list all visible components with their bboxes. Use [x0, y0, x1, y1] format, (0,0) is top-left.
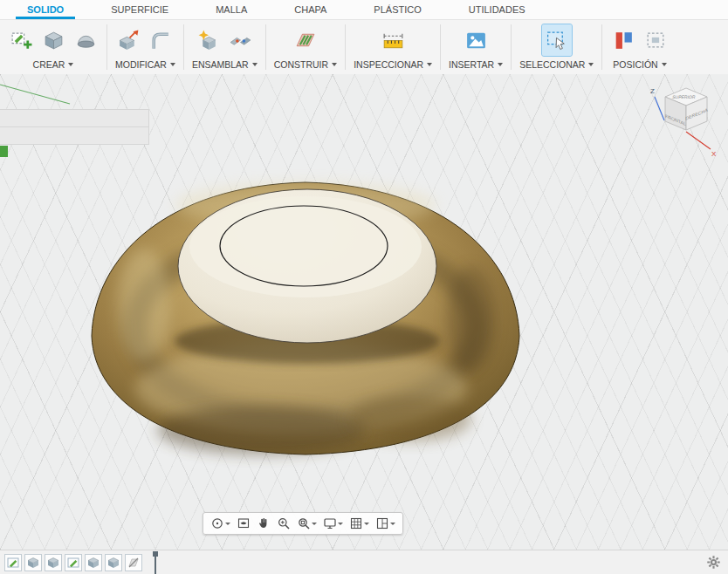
zoom-fit-button[interactable] [294, 515, 319, 532]
ribbon-tabbar: SOLIDO SUPERFICIE MALLA CHAPA PLÁSTICO U… [0, 0, 728, 20]
modificar-menu[interactable]: MODIFICAR [113, 58, 177, 73]
orbit-button[interactable] [208, 515, 233, 532]
timeline-bar [0, 550, 728, 574]
extrude-feature-icon [86, 556, 100, 570]
timeline-feature-sketch[interactable] [65, 554, 82, 571]
tab-plastico[interactable]: PLÁSTICO [350, 0, 444, 19]
group-label: POSICIÓN [613, 59, 657, 70]
browser-panel-row[interactable] [0, 109, 149, 127]
view-cube[interactable]: SUPERIOR FRONTAL DERECHA Z X [635, 81, 723, 161]
insertar-menu[interactable]: INSERTAR [447, 58, 505, 73]
revert-position-button[interactable] [641, 24, 670, 56]
orbit-icon [210, 516, 224, 530]
timeline-feature-suppressed[interactable] [125, 554, 142, 571]
tab-malla[interactable]: MALLA [192, 0, 271, 19]
pan-button[interactable] [254, 515, 273, 532]
settings-gear-button[interactable] [706, 555, 721, 570]
pan-icon [257, 516, 271, 530]
posicion-menu[interactable]: POSICIÓN [608, 58, 670, 73]
create-sketch-icon [10, 29, 33, 52]
chevron-down-icon [390, 523, 395, 525]
timeline-feature-extrude[interactable] [105, 554, 122, 571]
tab-chapa[interactable]: CHAPA [271, 0, 350, 19]
tab-solido[interactable]: SOLIDO [3, 0, 87, 19]
gear-icon [706, 555, 721, 570]
select-icon [545, 29, 568, 52]
fusion-app-window: SOLIDO SUPERFICIE MALLA CHAPA PLÁSTICO U… [0, 0, 728, 574]
zoom-button[interactable] [274, 515, 293, 532]
insert-image-button[interactable] [461, 24, 491, 56]
capture-position-icon [612, 29, 635, 52]
grid-display-button[interactable] [347, 515, 372, 532]
tab-superficie[interactable]: SUPERFICIE [87, 0, 192, 19]
toolbar-group-insertar: INSERTAR [441, 20, 511, 74]
display-settings-icon [323, 516, 337, 530]
extrude-icon [42, 29, 65, 52]
extrude-button[interactable] [38, 24, 68, 56]
construir-menu[interactable]: CONSTRUIR [272, 58, 339, 73]
browser-panel-row[interactable] [0, 126, 149, 145]
chevron-down-icon [427, 63, 432, 66]
fillet-icon [149, 29, 173, 52]
grid-display-icon [349, 516, 363, 530]
revert-position-icon [644, 29, 668, 52]
toolbar-group-ensamblar: ENSAMBLAR [184, 20, 265, 74]
viewcube-top-label: SUPERIOR [672, 94, 697, 99]
timeline-feature-sketch[interactable] [4, 554, 22, 571]
measure-button[interactable] [378, 24, 408, 56]
group-label: SELECCIONAR [519, 59, 585, 70]
revolve-button[interactable] [71, 24, 100, 56]
z-axis-line [655, 97, 664, 120]
chevron-down-icon [332, 63, 337, 66]
chevron-down-icon [498, 63, 503, 66]
toolbar-group-construir: CONSTRUIR [266, 20, 345, 74]
timeline-playhead[interactable] [153, 551, 158, 574]
viewports-icon [375, 516, 389, 530]
seleccionar-menu[interactable]: SELECCIONAR [518, 58, 595, 73]
extrude-feature-icon [46, 556, 60, 570]
viewport-3d[interactable]: SUPERIOR FRONTAL DERECHA Z X [0, 74, 728, 550]
look-at-icon [237, 516, 251, 530]
extrude-feature-icon [26, 556, 40, 570]
new-component-button[interactable] [194, 24, 223, 56]
construction-plane-button[interactable] [291, 24, 320, 56]
ribbon-toolbar: CREAR [0, 20, 728, 75]
tab-utilidades[interactable]: UTILIDADES [445, 0, 549, 19]
group-label: INSPECCIONAR [354, 59, 423, 70]
joint-button[interactable] [226, 24, 256, 56]
body-white-dome[interactable] [178, 189, 436, 343]
extrude-feature-icon [106, 556, 120, 570]
origin-axis-chip [0, 146, 8, 157]
viewports-button[interactable] [373, 515, 398, 532]
insert-image-icon [464, 29, 488, 52]
press-pull-button[interactable] [114, 24, 144, 56]
timeline-feature-extrude[interactable] [24, 554, 42, 571]
timeline-feature-extrude[interactable] [85, 554, 102, 571]
press-pull-icon [117, 29, 141, 52]
sketch-feature-icon [66, 556, 80, 570]
capture-position-button[interactable] [608, 24, 638, 56]
zoom-fit-icon [297, 516, 311, 530]
chevron-down-icon [662, 63, 667, 66]
model-canvas [0, 74, 728, 550]
x-axis-label: X [711, 150, 717, 158]
create-sketch-button[interactable] [6, 24, 36, 56]
display-settings-button[interactable] [320, 515, 346, 532]
chevron-down-icon [225, 523, 230, 525]
measure-icon [381, 29, 405, 52]
chevron-down-icon [588, 63, 594, 66]
chevron-down-icon [170, 63, 175, 66]
timeline-feature-extrude[interactable] [45, 554, 62, 571]
inspeccionar-menu[interactable]: INSPECCIONAR [352, 58, 434, 73]
look-at-button[interactable] [234, 515, 253, 532]
crear-menu[interactable]: CREAR [6, 58, 100, 73]
group-label: INSERTAR [449, 59, 494, 70]
ensamblar-menu[interactable]: ENSAMBLAR [190, 58, 259, 73]
toolbar-group-seleccionar: SELECCIONAR [512, 20, 601, 74]
select-button[interactable] [542, 24, 572, 56]
chevron-down-icon [252, 63, 258, 66]
group-label: CONSTRUIR [274, 59, 328, 70]
fillet-button[interactable] [147, 24, 176, 56]
group-label: ENSAMBLAR [192, 59, 249, 70]
zoom-icon [277, 516, 291, 530]
